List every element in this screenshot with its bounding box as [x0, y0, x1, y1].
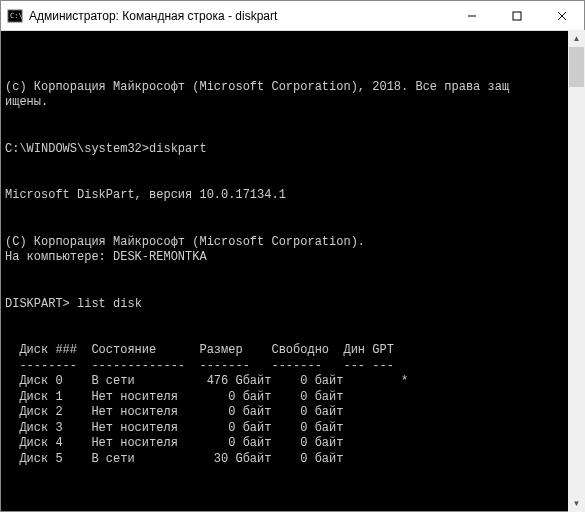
svg-text:C:\: C:\ — [10, 12, 23, 20]
scroll-down-button[interactable]: ▼ — [568, 495, 585, 512]
window-frame: C:\ Администратор: Командная строка - di… — [0, 0, 585, 512]
blank-line — [5, 157, 567, 173]
terminal-content: (c) Корпорация Майкрософт (Microsoft Cor… — [5, 64, 567, 511]
minimize-button[interactable] — [449, 1, 494, 30]
prompt-line: DISKPART> list disk — [5, 297, 142, 311]
blank-line — [5, 266, 567, 282]
prompt-line: C:\WINDOWS\system32>diskpart — [5, 142, 207, 156]
blank-line — [5, 111, 567, 127]
disk-table: Диск ### Состояние Размер Свободно Дин G… — [5, 343, 567, 467]
computer-line: На компьютере: DESK-REMONTKA — [5, 250, 207, 264]
prompt: DISKPART> — [5, 297, 77, 311]
copyright-line: (c) Корпорация Майкрософт (Microsoft Cor… — [5, 80, 509, 94]
command: list disk — [77, 297, 142, 311]
blank-line — [5, 312, 567, 328]
scrollbar-thumb[interactable] — [569, 47, 584, 87]
svg-rect-3 — [513, 12, 521, 20]
cmd-icon: C:\ — [7, 8, 23, 24]
maximize-button[interactable] — [494, 1, 539, 30]
command: diskpart — [149, 142, 207, 156]
titlebar[interactable]: C:\ Администратор: Командная строка - di… — [1, 1, 584, 31]
terminal-area[interactable]: (c) Корпорация Майкрософт (Microsoft Cor… — [1, 31, 584, 511]
window-title: Администратор: Командная строка - diskpa… — [29, 9, 449, 23]
blank-line — [5, 483, 567, 499]
window-controls — [449, 1, 584, 30]
close-button[interactable] — [539, 1, 584, 30]
corp-copyright-line: (C) Корпорация Майкрософт (Microsoft Cor… — [5, 235, 365, 249]
scroll-up-button[interactable]: ▲ — [568, 30, 585, 47]
version-line: Microsoft DiskPart, версия 10.0.17134.1 — [5, 188, 286, 202]
copyright-line: ищены. — [5, 95, 48, 109]
prompt: C:\WINDOWS\system32> — [5, 142, 149, 156]
scrollbar[interactable]: ▲ ▼ — [568, 30, 585, 512]
blank-line — [5, 204, 567, 220]
